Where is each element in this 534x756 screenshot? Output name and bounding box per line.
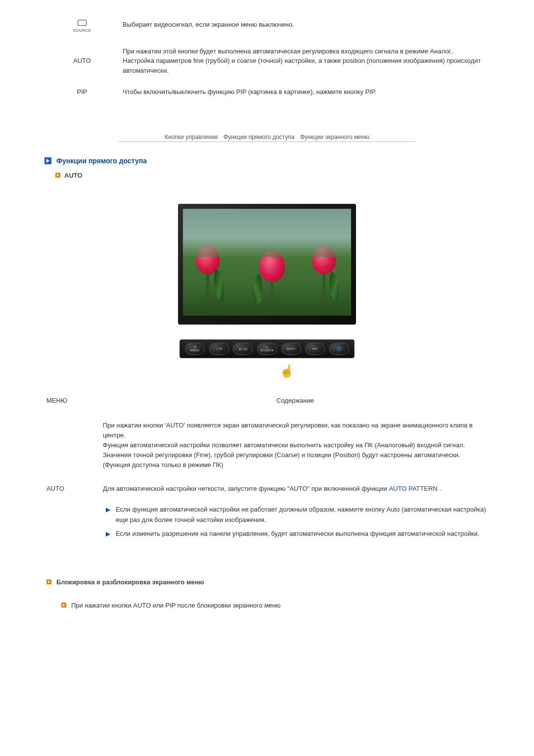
- hw-power-button[interactable]: [329, 343, 349, 355]
- list-item: ▶ Если изменить разрешение на панели упр…: [103, 527, 488, 541]
- breadcrumb: Кнопки управления Функции прямого доступ…: [119, 134, 415, 142]
- auto-desc: При нажатии этой кнопки будет выполнена …: [120, 42, 490, 83]
- auto-pattern-link[interactable]: AUTO PATTERN: [389, 485, 438, 492]
- section-direct-access: Функции прямого доступа: [44, 157, 490, 165]
- play-icon: [55, 173, 60, 178]
- head-content: Содержание: [101, 393, 490, 418]
- auto-paragraph-2: Для автоматической настройки четкости, з…: [101, 473, 490, 544]
- hw-vol-button[interactable]: ▲/◁)): [233, 343, 253, 355]
- section-title: Функции прямого доступа: [56, 157, 147, 165]
- crumb-control-buttons[interactable]: Кнопки управления: [165, 134, 218, 141]
- auto-notes-list: ▶ Если функция автоматической настройки …: [103, 503, 488, 540]
- hand-cursor-icon: ☝: [195, 364, 378, 378]
- pip-desc: Чтобы включить/выключить функцию PIP (ка…: [120, 82, 490, 104]
- front-buttons-table: SOURCE Выбирает видеосигнал, если экранн…: [44, 15, 490, 104]
- play-square-icon: [44, 157, 51, 164]
- hw-auto-button[interactable]: AUTO: [281, 343, 301, 355]
- source-icon: SOURCE: [73, 20, 91, 33]
- monitor-frame: [178, 204, 356, 325]
- auto-label: AUTO: [44, 42, 120, 83]
- play-icon: [61, 603, 66, 608]
- subsection-auto: AUTO: [55, 172, 490, 179]
- pip-label: PIP: [44, 82, 120, 104]
- head-menu: МЕНЮ: [44, 393, 101, 418]
- arrow-bullet-icon: ▶: [106, 505, 110, 515]
- arrow-bullet-icon: ▶: [106, 529, 110, 539]
- source-desc: Выбирает видеосигнал, если экранное меню…: [120, 15, 490, 42]
- monitor-illustration: ☰MENU ☼/▼ ▲/◁)) ⎚SOURCE AUTO PIP ☝: [176, 204, 358, 378]
- hw-bright-button[interactable]: ☼/▼: [209, 343, 229, 355]
- auto-row-label: AUTO: [44, 473, 101, 544]
- list-item: ▶ Если функция автоматической настройки …: [103, 503, 488, 526]
- crumb-direct-access[interactable]: Функции прямого доступа: [223, 134, 295, 141]
- hardware-button-strip: ☰MENU ☼/▼ ▲/◁)) ⎚SOURCE AUTO PIP: [179, 339, 355, 358]
- monitor-screen-tulips: [183, 209, 351, 316]
- auto-content-table: МЕНЮ Содержание При нажатии кнопки 'AUTO…: [44, 393, 490, 544]
- power-icon: [336, 346, 342, 352]
- hw-pip-button[interactable]: PIP: [305, 343, 325, 355]
- subsection-osd-lock: Блокировка и разблокировка экранного мен…: [46, 578, 490, 586]
- play-icon: [46, 579, 51, 584]
- hw-menu-button[interactable]: ☰MENU: [185, 343, 205, 355]
- auto-paragraph-1: При нажатии кнопки 'AUTO' появляется экр…: [101, 418, 490, 473]
- osd-lock-step-1: При нажатии кнопки AUTO или PIP после бл…: [61, 602, 490, 609]
- hw-source-button[interactable]: ⎚SOURCE: [257, 343, 277, 355]
- source-cell: SOURCE: [44, 15, 120, 42]
- crumb-osd-functions[interactable]: Функции экранного меню: [300, 134, 369, 141]
